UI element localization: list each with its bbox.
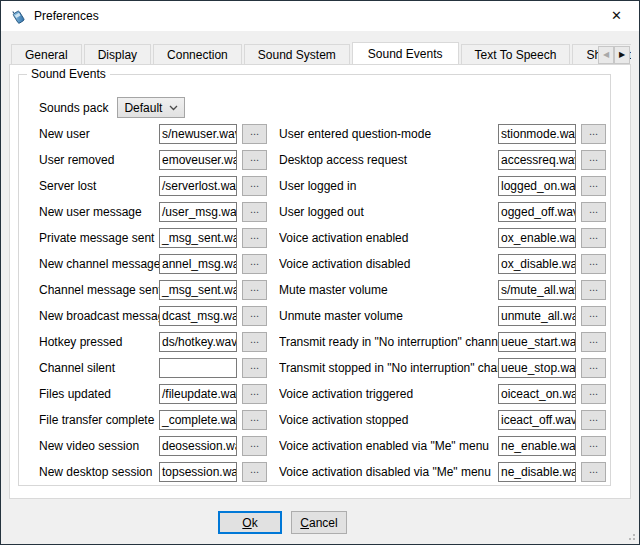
sound-file-input[interactable]: annel_msg.wav [159, 254, 237, 274]
browse-button[interactable]: ... [581, 228, 606, 248]
sound-events-column-right: User entered question-modestionmode.wav.… [279, 124, 606, 488]
browse-button[interactable]: ... [242, 176, 267, 196]
sound-file-input[interactable]: dcast_msg.wav [159, 306, 237, 326]
browse-button[interactable]: ... [581, 436, 606, 456]
sound-file-input[interactable]: /user_msg.wav [159, 202, 237, 222]
browse-button[interactable]: ... [581, 306, 606, 326]
sound-file-input[interactable]: ds/hotkey.wav [159, 332, 237, 352]
sound-file-input[interactable]: _msg_sent.wav [159, 280, 237, 300]
sound-event-label: Channel silent [39, 361, 159, 375]
browse-button[interactable]: ... [242, 332, 267, 352]
sound-file-input[interactable]: /fileupdate.wav [159, 384, 237, 404]
browse-button[interactable]: ... [581, 176, 606, 196]
sound-file-input[interactable]: deosession.wav [159, 436, 237, 456]
sound-event-label: User logged in [279, 179, 498, 193]
browse-button[interactable]: ... [581, 410, 606, 430]
app-icon [10, 8, 26, 24]
browse-button[interactable]: ... [581, 150, 606, 170]
sound-event-label: Desktop access request [279, 153, 498, 167]
browse-button[interactable]: ... [581, 280, 606, 300]
browse-button[interactable]: ... [581, 384, 606, 404]
sound-file-input[interactable]: ueue_start.wav [498, 332, 576, 352]
browse-button[interactable]: ... [242, 202, 267, 222]
sound-event-row: Voice activation stoppediceact_off.wav..… [279, 410, 606, 430]
tab-sound-events[interactable]: Sound Events [352, 42, 459, 64]
sound-file-input[interactable]: logged_on.wav [498, 176, 576, 196]
browse-button[interactable]: ... [581, 124, 606, 144]
sound-event-row: Desktop access requestaccessreq.wav... [279, 150, 606, 170]
browse-button[interactable]: ... [581, 202, 606, 222]
sound-file-input[interactable]: _msg_sent.wav [159, 228, 237, 248]
sound-event-label: Transmit stopped in "No interruption" ch… [279, 361, 498, 375]
tab-scroll-right-button[interactable]: ▶ [614, 46, 630, 64]
browse-button[interactable]: ... [242, 462, 267, 482]
sound-event-label: New user [39, 127, 159, 141]
sound-event-label: Private message sent [39, 231, 159, 245]
sound-file-input[interactable]: _complete.wav [159, 410, 237, 430]
browse-button[interactable]: ... [242, 384, 267, 404]
sound-file-input[interactable]: s/newuser.wav [159, 124, 237, 144]
browse-button[interactable]: ... [242, 410, 267, 430]
browse-button[interactable]: ... [581, 254, 606, 274]
sound-file-input[interactable]: ne_disable.wav [498, 462, 576, 482]
sounds-pack-label: Sounds pack [39, 101, 108, 115]
sound-event-label: New desktop session [39, 465, 159, 479]
sound-event-label: Server lost [39, 179, 159, 193]
browse-button[interactable]: ... [242, 358, 267, 378]
browse-button[interactable]: ... [242, 436, 267, 456]
sound-event-label: New user message [39, 205, 159, 219]
sound-file-input[interactable]: ueue_stop.wav [498, 358, 576, 378]
sound-file-input[interactable]: ogged_off.wav [498, 202, 576, 222]
sound-file-input[interactable]: ox_enable.wav [498, 228, 576, 248]
tab-connection[interactable]: Connection [153, 44, 242, 64]
tab-sound-system[interactable]: Sound System [244, 44, 350, 64]
sound-event-label: File transfer complete [39, 413, 159, 427]
sound-event-label: Hotkey pressed [39, 335, 159, 349]
browse-button[interactable]: ... [242, 280, 267, 300]
browse-button[interactable]: ... [581, 358, 606, 378]
ok-button[interactable]: Ok [218, 511, 282, 534]
browse-button[interactable]: ... [242, 124, 267, 144]
sound-file-input[interactable]: ox_disable.wav [498, 254, 576, 274]
sound-event-label: Mute master volume [279, 283, 498, 297]
tab-scroll-left-button[interactable]: ◀ [598, 46, 614, 64]
browse-button[interactable]: ... [242, 306, 267, 326]
browse-button[interactable]: ... [242, 254, 267, 274]
sound-file-input[interactable]: oiceact_on.wav [498, 384, 576, 404]
sound-event-row: Private message sent_msg_sent.wav... [39, 228, 267, 248]
sound-event-row: User logged outogged_off.wav... [279, 202, 606, 222]
browse-button[interactable]: ... [242, 150, 267, 170]
sound-event-row: Voice activation triggeredoiceact_on.wav… [279, 384, 606, 404]
sound-event-row: New video sessiondeosession.wav... [39, 436, 267, 456]
close-button[interactable]: ✕ [594, 1, 639, 30]
browse-button[interactable]: ... [581, 462, 606, 482]
sound-event-row: File transfer complete_complete.wav... [39, 410, 267, 430]
sound-file-input[interactable]: s/mute_all.wav [498, 280, 576, 300]
sound-event-row: Server lost/serverlost.wav... [39, 176, 267, 196]
titlebar[interactable]: Preferences ✕ [1, 1, 639, 31]
sound-file-input[interactable]: /serverlost.wav [159, 176, 237, 196]
sound-file-input[interactable]: emoveuser.wav [159, 150, 237, 170]
preferences-dialog: Preferences ✕ GeneralDisplayConnectionSo… [0, 0, 640, 545]
browse-button[interactable]: ... [581, 332, 606, 352]
sound-event-label: New broadcast message [39, 309, 159, 323]
sound-file-input[interactable]: topsession.wav [159, 462, 237, 482]
sound-event-label: New video session [39, 439, 159, 453]
tab-text-to-speech[interactable]: Text To Speech [461, 44, 571, 64]
sound-events-page: Sound Events Sounds pack Default New use… [9, 64, 631, 499]
sound-event-row: Channel message sent_msg_sent.wav... [39, 280, 267, 300]
sounds-pack-select[interactable]: Default [117, 97, 185, 118]
sound-event-label: Voice activation stopped [279, 413, 498, 427]
tab-display[interactable]: Display [84, 44, 151, 64]
sound-file-input[interactable]: accessreq.wav [498, 150, 576, 170]
sound-file-input[interactable]: unmute_all.wav [498, 306, 576, 326]
cancel-button[interactable]: Cancel [291, 511, 347, 534]
close-icon: ✕ [611, 9, 622, 22]
tab-general[interactable]: General [11, 44, 82, 64]
resize-grip[interactable] [625, 530, 635, 540]
sound-file-input[interactable]: ne_enable.wav [498, 436, 576, 456]
sound-file-input[interactable] [159, 358, 237, 378]
browse-button[interactable]: ... [242, 228, 267, 248]
sound-file-input[interactable]: stionmode.wav [498, 124, 576, 144]
sound-file-input[interactable]: iceact_off.wav [498, 410, 576, 430]
